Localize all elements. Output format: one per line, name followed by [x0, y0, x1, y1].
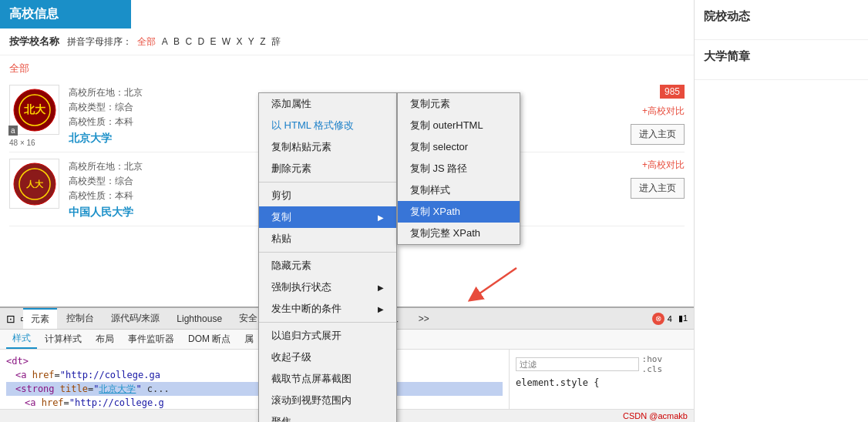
sub-copy-jspath[interactable]: 复制 JS 路径	[398, 158, 520, 179]
filter-letter-b[interactable]: B	[173, 36, 180, 47]
ctx-hide[interactable]: 隐藏元素	[259, 255, 396, 276]
ctx-cut[interactable]: 剪切	[259, 185, 396, 206]
devtools-html-tree: <dt> <a href="http://college.ga <strong …	[0, 350, 509, 409]
filter-bar: 按学校名称 拼音字母排序： 全部 A B C D E W X Y Z 辞	[0, 28, 694, 55]
ctx-copy-paste[interactable]: 复制粘贴元素	[259, 136, 396, 158]
filter-letter-e[interactable]: E	[210, 36, 216, 47]
filter-label: 按学校名称	[9, 35, 59, 49]
error-count-badge: ⊗	[652, 313, 664, 325]
context-menu: 添加属性 以 HTML 格式修改 复制粘贴元素 删除元素 剪切 复制 ▶ 粘贴 …	[258, 92, 397, 422]
main-container: 高校信息 按学校名称 拼音字母排序： 全部 A B C D E W X Y Z …	[0, 0, 868, 422]
right-section-brochure-title: 大学简章	[704, 49, 859, 64]
school-logo-pku: 北大 a	[9, 85, 59, 135]
sub-copy-element[interactable]: 复制元素	[398, 93, 520, 115]
html-line-1: <dt>	[6, 354, 503, 368]
ctx-breakpoint[interactable]: 发生中断的条件 ▶	[259, 298, 396, 320]
ctx-screenshot[interactable]: 截取节点屏幕截图	[259, 368, 396, 390]
ruc-logo-svg: 人大	[12, 162, 57, 206]
ctx-paste[interactable]: 粘贴	[259, 228, 396, 250]
error-count: 4	[668, 314, 672, 323]
ctx-copy[interactable]: 复制 ▶	[259, 206, 396, 228]
hov-cls-toggle[interactable]: :hov .cls	[642, 354, 688, 374]
right-section-brochure: 大学简章	[695, 40, 868, 80]
ctx-force-state[interactable]: 强制执行状态 ▶	[259, 276, 396, 298]
ctx-copy-arrow: ▶	[378, 213, 384, 222]
ctx-focus[interactable]: 聚焦	[259, 411, 396, 422]
html-line-2: <a href="http://college.ga	[6, 368, 503, 382]
filter-letter-c[interactable]: C	[185, 36, 192, 47]
pku-enter-btn[interactable]: 进入主页	[631, 124, 685, 145]
sub-copy-style[interactable]: 复制样式	[398, 179, 520, 201]
devtools-cursor-icon[interactable]: ⊡	[6, 313, 15, 325]
filter-letter-y[interactable]: Y	[248, 36, 254, 47]
svg-text:人大: 人大	[25, 179, 44, 189]
ctx-break-arrow: ▶	[378, 305, 384, 313]
pku-rank: 985	[660, 85, 685, 99]
subtab-layout[interactable]: 布局	[89, 330, 120, 348]
tab-lighthouse[interactable]: Lighthouse	[169, 310, 230, 327]
right-panel: 院校动态 大学简章	[694, 0, 868, 422]
style-filter-input[interactable]	[516, 357, 639, 371]
ctx-sep3	[259, 322, 396, 323]
filter-letter-x[interactable]: X	[236, 36, 242, 47]
tab-console[interactable]: 控制台	[59, 309, 102, 328]
right-section-news-title: 院校动态	[704, 9, 859, 24]
filter-letter-a[interactable]: A	[162, 36, 168, 47]
ctx-sep1	[259, 182, 396, 183]
page-header: 高校信息	[0, 0, 131, 28]
red-arrow	[463, 260, 524, 309]
css-rule-element-style: element.style {	[516, 377, 688, 388]
pku-actions: 985 +高校对比 进入主页	[631, 85, 685, 145]
subtab-dom-breakpoints[interactable]: DOM 断点	[182, 330, 237, 348]
style-filter-row: :hov .cls	[516, 354, 688, 374]
devtools-styles: :hov .cls element.style {	[509, 350, 694, 409]
filter-pinyin: 拼音字母排序： 全部 A B C D E W X Y Z 辞	[66, 35, 282, 49]
school-logo-ruc: 人大	[9, 159, 59, 209]
filter-letter-z[interactable]: Z	[260, 36, 265, 47]
subtab-more[interactable]: 属	[238, 330, 260, 348]
ctx-html-edit[interactable]: 以 HTML 格式修改	[259, 115, 396, 136]
info-count: ▮1	[678, 313, 688, 323]
filter-letter-all[interactable]: 全部	[137, 36, 156, 47]
right-section-news: 院校动态	[695, 0, 868, 40]
sub-copy-selector[interactable]: 复制 selector	[398, 136, 520, 158]
sub-copy-full-xpath[interactable]: 复制完整 XPath	[398, 223, 520, 244]
ruc-compare[interactable]: +高校对比	[642, 159, 685, 172]
svg-line-7	[474, 268, 516, 297]
ruc-actions: +高校对比 进入主页	[631, 159, 685, 199]
school-category: 全部	[9, 55, 685, 79]
logo-size: 48 × 16	[9, 139, 35, 147]
ctx-collapse[interactable]: 收起子级	[259, 347, 396, 368]
submenu: 复制元素 复制 outerHTML 复制 selector 复制 JS 路径 复…	[397, 92, 520, 245]
ctx-scroll[interactable]: 滚动到视野范围内	[259, 390, 396, 411]
filter-letter-w[interactable]: W	[222, 36, 230, 47]
pku-compare[interactable]: +高校对比	[642, 105, 685, 118]
ctx-expand[interactable]: 以追归方式展开	[259, 325, 396, 347]
svg-text:北大: 北大	[23, 103, 46, 116]
tab-sources[interactable]: 源代码/来源	[103, 309, 167, 328]
sub-copy-xpath[interactable]: 复制 XPath	[398, 201, 520, 223]
filter-letter-d[interactable]: D	[197, 36, 204, 47]
header-title: 高校信息	[9, 7, 59, 20]
subtab-event-listeners[interactable]: 事件监听器	[122, 330, 180, 348]
pku-logo-svg: 北大	[12, 88, 57, 132]
sub-copy-outerhtml[interactable]: 复制 outerHTML	[398, 115, 520, 136]
devtools-side-icons: ⊡ ▭	[6, 313, 22, 325]
ctx-add-attr[interactable]: 添加属性	[259, 93, 396, 115]
filter-letter-ci[interactable]: 辞	[271, 36, 281, 47]
subtab-computed[interactable]: 计算样式	[39, 330, 88, 348]
html-line-3-selected: <strong title="北京大学" c...	[6, 382, 503, 396]
tab-more[interactable]: >>	[411, 310, 437, 327]
ctx-force-arrow: ▶	[378, 283, 384, 292]
tab-elements[interactable]: 元素	[23, 308, 57, 329]
devtools-icons: ⊗ 4 ▮1	[652, 313, 688, 325]
ruc-enter-btn[interactable]: 进入主页	[631, 178, 685, 199]
logo-badge: a	[8, 126, 18, 136]
ctx-delete[interactable]: 删除元素	[259, 158, 396, 179]
csdn-label: CSDN @acmakb	[623, 411, 688, 420]
ctx-sep2	[259, 252, 396, 253]
left-panel: 高校信息 按学校名称 拼音字母排序： 全部 A B C D E W X Y Z …	[0, 0, 694, 422]
subtab-styles[interactable]: 样式	[6, 330, 37, 349]
html-line-4: <a href="http://college.g	[6, 396, 503, 409]
